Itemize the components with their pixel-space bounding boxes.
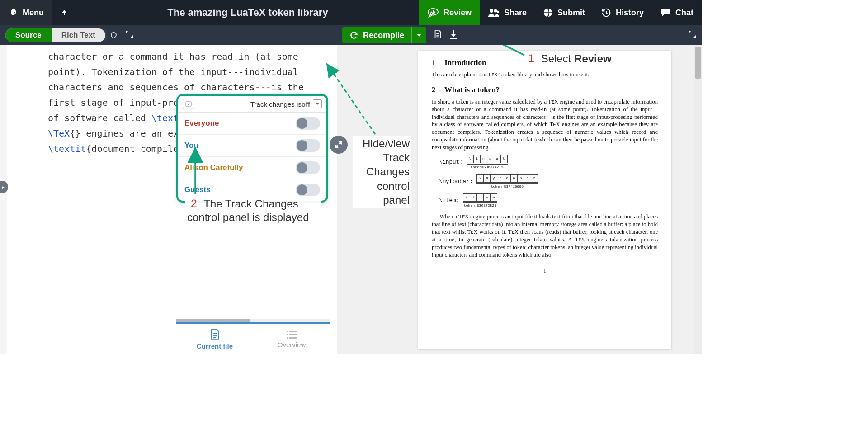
tc-toggle-everyone[interactable] [296, 117, 320, 130]
tc-toggle-you[interactable] [296, 139, 320, 152]
preview-scrollbar[interactable] [694, 45, 702, 354]
recompile-label: Recompile [363, 31, 404, 40]
svg-point-4 [496, 11, 499, 13]
list-icon [286, 330, 297, 339]
sync-arrows-button[interactable] [330, 136, 348, 154]
svg-rect-10 [287, 337, 288, 339]
pdf-paragraph: When a TᴇX engine process an input file … [432, 213, 658, 259]
preview-expand-button[interactable] [688, 30, 696, 40]
tc-row-you-label: You [184, 141, 198, 150]
history-button[interactable]: History [593, 0, 652, 25]
recompile-group: Recompile [342, 27, 426, 43]
chevron-down-icon [315, 102, 320, 106]
svg-point-2 [490, 9, 493, 13]
tab-overview-label: Overview [278, 341, 306, 349]
review-tabs: Current file Overview [176, 322, 330, 354]
chat-label: Chat [675, 8, 693, 18]
file-icon [434, 30, 442, 39]
submit-label: Submit [557, 8, 585, 18]
svg-rect-6 [287, 331, 288, 332]
share-label: Share [504, 8, 527, 18]
menu-label: Menu [23, 8, 44, 18]
globe-icon [543, 8, 553, 18]
share-button[interactable]: Share [480, 0, 535, 25]
review-label: Review [443, 8, 472, 18]
scrollbar-thumb[interactable] [695, 47, 701, 79]
recompile-button[interactable]: Recompile [342, 31, 411, 40]
svg-rect-9 [289, 334, 297, 335]
download-icon [449, 30, 458, 39]
track-changes-state: off [302, 100, 310, 108]
annotation-2: 2 The Track Changes control panel is dis… [185, 196, 321, 225]
expand-icon [688, 30, 696, 38]
panel-splitter[interactable] [337, 90, 340, 354]
tc-row-everyone-label: Everyone [184, 119, 219, 128]
download-button[interactable] [449, 30, 458, 41]
submit-button[interactable]: Submit [535, 0, 593, 25]
svg-point-3 [494, 9, 497, 13]
comments-inbox-button[interactable] [183, 99, 194, 109]
pdf-paragraph: In short, a token is an integer value ca… [432, 98, 658, 151]
tc-row-alison-label: Alison Carefully [184, 163, 243, 172]
review-icon: Ab [427, 8, 439, 18]
refresh-icon [349, 31, 359, 40]
people-icon [488, 8, 500, 17]
code-command: \TeX [48, 128, 70, 139]
annotation-1: 1 Select Review [524, 52, 612, 65]
track-changes-label: Track changes is [250, 100, 302, 108]
chat-button[interactable]: Chat [652, 0, 702, 25]
expand-icon [125, 30, 133, 38]
pdf-page: 1 Introduction This article explains Lua… [418, 51, 671, 349]
tc-toggle-alison[interactable] [296, 161, 320, 174]
tc-toggle-guests[interactable] [296, 184, 320, 196]
tab-overview[interactable]: Overview [253, 324, 330, 354]
recompile-dropdown-button[interactable] [411, 27, 426, 43]
review-button[interactable]: Ab Review [419, 0, 480, 25]
rich-text-mode-button[interactable]: Rich Text [52, 28, 105, 42]
symbol-palette-button[interactable]: Ω [105, 29, 122, 42]
top-toolbar: Menu The amazing LuaTeX token library Ab… [0, 0, 702, 25]
chevron-down-icon [416, 33, 422, 38]
project-title[interactable]: The amazing LuaTeX token library [76, 0, 419, 25]
svg-rect-8 [287, 334, 288, 335]
double-arrow-icon [332, 138, 345, 151]
editor-expand-button[interactable] [122, 30, 137, 40]
overleaf-logo-icon [8, 8, 18, 18]
file-icon [210, 329, 220, 340]
chat-icon [660, 8, 671, 18]
code-command: \textit [48, 143, 86, 154]
svg-rect-7 [289, 331, 297, 332]
editor-toolbar: Source Rich Text Ω [0, 25, 337, 45]
inbox-icon [185, 101, 192, 107]
svg-rect-11 [289, 337, 297, 339]
track-changes-toggle-dropdown[interactable] [313, 99, 322, 108]
preview-toolbar: Recompile [337, 25, 702, 45]
history-label: History [616, 8, 644, 18]
annotation-3: Hide/view Track Changes control panel [353, 136, 411, 208]
tc-row-guests-label: Guests [184, 185, 211, 194]
pdf-paragraph: This article explains LuaTᴇX’s token lib… [432, 71, 658, 79]
tab-current-file-label: Current file [197, 342, 233, 350]
tab-current-file[interactable]: Current file [176, 324, 253, 354]
svg-text:Ab: Ab [430, 10, 435, 14]
up-button[interactable] [52, 0, 76, 25]
arrow-up-icon [61, 9, 68, 16]
source-mode-button[interactable]: Source [5, 28, 52, 42]
history-icon [601, 8, 611, 18]
editor-mode-toggle: Source Rich Text [5, 28, 105, 42]
pdf-heading-2: 2 What is a token? [432, 85, 658, 95]
file-tree-gutter: ▸ [0, 45, 7, 354]
pdf-page-number: 1 [432, 267, 658, 274]
track-changes-panel: Track changes is off Everyone You Alison… [176, 94, 328, 203]
pdf-token-diagram: \input: \inputtoken=536874271 \myfoobar:… [439, 155, 658, 208]
logs-button[interactable] [434, 30, 442, 41]
menu-button[interactable]: Menu [0, 0, 52, 25]
